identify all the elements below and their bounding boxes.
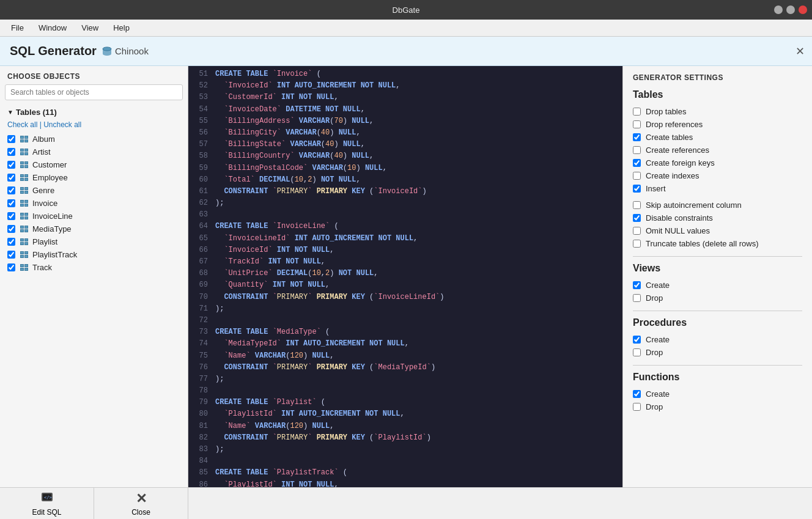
option-checkbox[interactable]: [633, 281, 641, 289]
table-checkbox[interactable]: [7, 174, 15, 182]
option-label: Create indexes: [646, 171, 699, 180]
table-checkbox[interactable]: [7, 135, 15, 143]
option-checkbox[interactable]: [633, 294, 641, 302]
table-grid-icon: [19, 213, 29, 220]
check-all-row: Check all | Uncheck all: [0, 119, 188, 133]
option-checkbox[interactable]: [633, 108, 641, 116]
option-label: Create tables: [646, 133, 693, 142]
option-label: Create references: [646, 145, 709, 155]
option-checkbox[interactable]: [633, 240, 641, 248]
option-checkbox[interactable]: [633, 214, 641, 222]
code-line: 54 `InvoiceDate` DATETIME NOT NULL,: [188, 104, 622, 116]
procedures-options: Create Drop: [633, 333, 802, 359]
code-content: `Name` VARCHAR(120) NULL,: [215, 421, 334, 432]
line-number: 85: [193, 467, 215, 479]
table-item[interactable]: InvoiceLine: [0, 210, 188, 223]
uncheck-all-link[interactable]: Uncheck all: [43, 120, 81, 129]
maximize-button[interactable]: [786, 6, 795, 14]
option-checkbox[interactable]: [633, 172, 641, 180]
option-label: Drop: [646, 293, 663, 303]
table-item[interactable]: Artist: [0, 145, 188, 158]
menu-help[interactable]: Help: [107, 21, 136, 35]
option-checkbox[interactable]: [633, 133, 641, 141]
table-checkbox[interactable]: [7, 186, 15, 194]
option-checkbox[interactable]: [633, 348, 641, 356]
code-line: 80 `PlaylistId` INT AUTO_INCREMENT NOT N…: [188, 408, 622, 420]
grid-icon: [20, 136, 28, 142]
option-checkbox[interactable]: [633, 185, 641, 193]
sql-generator-label: SQL Generator: [10, 44, 97, 58]
code-content: `InvoiceDate` DATETIME NOT NULL,: [215, 104, 365, 116]
code-panel[interactable]: 51CREATE TABLE `Invoice` (52 `InvoiceId`…: [188, 66, 622, 487]
edit-sql-button[interactable]: </> Edit SQL: [0, 488, 94, 520]
table-item[interactable]: Album: [0, 133, 188, 145]
option-checkbox[interactable]: [633, 336, 641, 344]
table-item[interactable]: MediaType: [0, 223, 188, 235]
search-input[interactable]: [5, 84, 183, 100]
generator-settings-header: GENERATOR SETTINGS: [633, 73, 802, 82]
code-content: );: [215, 197, 224, 209]
table-item[interactable]: Customer: [0, 158, 188, 171]
code-line: 72: [188, 315, 622, 326]
close-button[interactable]: ✕ Close: [94, 488, 188, 520]
table-item[interactable]: Employee: [0, 171, 188, 184]
code-content: `Name` VARCHAR(120) NULL,: [215, 350, 334, 362]
code-line: 63: [188, 209, 622, 221]
option-checkbox[interactable]: [633, 403, 641, 411]
functions-section-title: Functions: [633, 372, 802, 383]
table-checkbox[interactable]: [7, 212, 15, 220]
subheader-close-button[interactable]: ✕: [795, 45, 805, 58]
check-row: Drop: [633, 346, 802, 359]
titlebar: DbGate: [0, 0, 812, 20]
option-checkbox[interactable]: [633, 201, 641, 209]
table-item[interactable]: Track: [0, 261, 188, 274]
table-item[interactable]: Genre: [0, 184, 188, 197]
code-content: `Quantity` INT NOT NULL,: [215, 279, 330, 291]
table-item[interactable]: Playlist: [0, 235, 188, 248]
table-checkbox[interactable]: [7, 238, 15, 246]
grid-icon: [20, 213, 28, 219]
table-item[interactable]: PlaylistTrack: [0, 248, 188, 261]
grid-icon: [20, 174, 28, 181]
option-checkbox[interactable]: [633, 390, 641, 398]
code-line: 76 CONSTRAINT `PRIMARY` PRIMARY KEY (`Me…: [188, 362, 622, 374]
menu-view[interactable]: View: [75, 21, 105, 35]
tables-section-title: Tables: [633, 89, 802, 100]
table-checkbox[interactable]: [7, 148, 15, 156]
check-all-link[interactable]: Check all: [7, 120, 37, 129]
menu-file[interactable]: File: [5, 21, 30, 35]
code-content: `Total` DECIMAL(10,2) NOT NULL,: [215, 174, 361, 186]
table-item[interactable]: Invoice: [0, 197, 188, 210]
table-checkbox[interactable]: [7, 225, 15, 233]
line-number: 60: [193, 174, 215, 186]
line-number: 81: [193, 421, 215, 432]
option-label: Drop references: [646, 120, 703, 129]
line-number: 55: [193, 116, 215, 127]
main-layout: CHOOSE OBJECTS ▼ Tables (11) Check all |…: [0, 66, 812, 487]
option-checkbox[interactable]: [633, 146, 641, 154]
table-checkbox[interactable]: [7, 161, 15, 169]
grid-icon: [20, 187, 28, 194]
option-checkbox[interactable]: [633, 159, 641, 167]
minimize-button[interactable]: [774, 6, 783, 14]
table-checkbox[interactable]: [7, 251, 15, 259]
code-content: `InvoiceId` INT NOT NULL,: [215, 245, 334, 256]
table-checkbox[interactable]: [7, 263, 15, 271]
check-row: Drop: [633, 400, 802, 413]
option-label: Drop: [646, 348, 663, 357]
close-window-button[interactable]: [799, 6, 807, 14]
code-line: 62);: [188, 197, 622, 209]
code-content: CONSTRAINT `PRIMARY` PRIMARY KEY (`Invoi…: [215, 186, 427, 197]
table-checkbox[interactable]: [7, 199, 15, 207]
menu-window[interactable]: Window: [32, 21, 73, 35]
option-checkbox[interactable]: [633, 120, 641, 128]
code-content: `MediaTypeId` INT AUTO_INCREMENT NOT NUL…: [215, 338, 409, 350]
option-checkbox[interactable]: [633, 227, 641, 235]
code-line: 66 `InvoiceId` INT NOT NULL,: [188, 245, 622, 256]
menubar: File Window View Help: [0, 20, 812, 37]
code-content: `BillingCity` VARCHAR(40) NULL,: [215, 127, 361, 139]
code-line: 75 `Name` VARCHAR(120) NULL,: [188, 350, 622, 362]
code-line: 81 `Name` VARCHAR(120) NULL,: [188, 421, 622, 432]
code-content: CONSTRAINT `PRIMARY` PRIMARY KEY (`Invoi…: [215, 292, 445, 303]
line-number: 74: [193, 338, 215, 350]
